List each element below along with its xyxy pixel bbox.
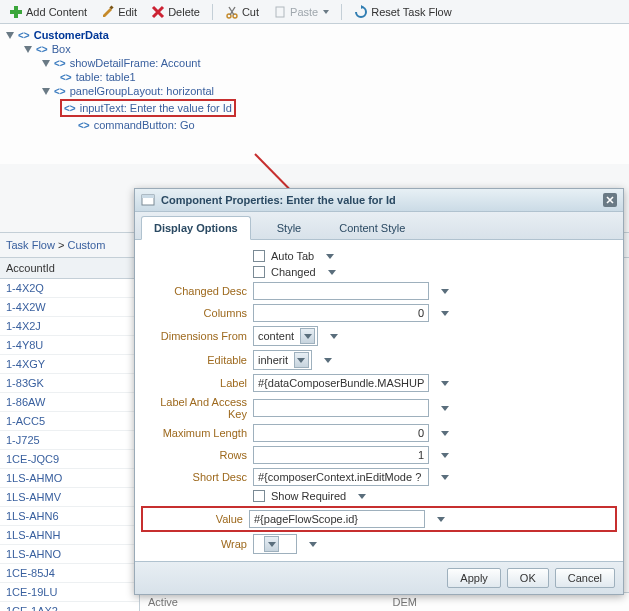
table-row[interactable]: 1-83GK: [0, 374, 139, 393]
tree-node-showdetail[interactable]: <> showDetailFrame: Account: [42, 56, 623, 70]
expand-icon[interactable]: [42, 88, 50, 95]
dialog-tabbar: Display Options Style Content Style: [135, 212, 623, 240]
label-access-input[interactable]: [253, 399, 429, 417]
expression-menu-button[interactable]: [330, 334, 338, 339]
delete-button[interactable]: Delete: [146, 3, 205, 21]
tag-icon: <>: [64, 103, 76, 114]
cancel-button[interactable]: Cancel: [555, 568, 615, 588]
rows-input[interactable]: [253, 446, 429, 464]
table-row[interactable]: 1-ACC5: [0, 412, 139, 431]
reset-task-flow-button[interactable]: Reset Task Flow: [349, 3, 457, 21]
field-label: Wrap: [143, 538, 253, 550]
table-row[interactable]: 1-4X2Q: [0, 279, 139, 298]
expression-menu-button[interactable]: [441, 431, 449, 436]
tag-icon: <>: [78, 120, 90, 131]
checkbox-label: Changed: [271, 266, 316, 278]
breadcrumb-current[interactable]: Custom: [67, 239, 105, 251]
expression-menu-button[interactable]: [437, 517, 445, 522]
expand-icon[interactable]: [6, 32, 14, 39]
separator: [341, 4, 342, 20]
field-label: Label And Access Key: [143, 396, 253, 420]
max-length-input[interactable]: [253, 424, 429, 442]
cut-button[interactable]: Cut: [220, 3, 264, 21]
label-input[interactable]: [253, 374, 429, 392]
changed-desc-input[interactable]: [253, 282, 429, 300]
show-required-checkbox[interactable]: [253, 490, 265, 502]
column-header[interactable]: Active: [140, 593, 385, 611]
expression-menu-button[interactable]: [328, 270, 336, 275]
add-content-button[interactable]: Add Content: [4, 3, 92, 21]
changed-checkbox[interactable]: [253, 266, 265, 278]
expression-menu-button[interactable]: [324, 358, 332, 363]
tab-display-options[interactable]: Display Options: [141, 216, 251, 240]
tree-node-cmdbutton[interactable]: <> commandButton: Go: [78, 118, 623, 132]
table-row[interactable]: 1CE-1AX2: [0, 602, 139, 611]
tree-label[interactable]: table: table1: [76, 71, 136, 83]
delete-x-icon: [151, 5, 165, 19]
dialog-body: Auto Tab Changed Changed Desc Columns: [135, 240, 623, 561]
table-row[interactable]: 1LS-AHNH: [0, 526, 139, 545]
edit-button[interactable]: Edit: [96, 3, 142, 21]
expression-menu-button[interactable]: [441, 311, 449, 316]
tree-node-pgl[interactable]: <> panelGroupLayout: horizontal: [42, 84, 623, 98]
ok-button[interactable]: OK: [507, 568, 549, 588]
dialog-titlebar[interactable]: Component Properties: Enter the value fo…: [135, 189, 623, 212]
value-input[interactable]: [249, 510, 425, 528]
tree-node-box[interactable]: <> Box: [24, 42, 623, 56]
columns-input[interactable]: [253, 304, 429, 322]
table-row[interactable]: 1-4Y8U: [0, 336, 139, 355]
expression-menu-button[interactable]: [441, 289, 449, 294]
table-row[interactable]: 1-4X2W: [0, 298, 139, 317]
table-row[interactable]: 1-4X2J: [0, 317, 139, 336]
table-row[interactable]: 1LS-AHMV: [0, 488, 139, 507]
table-row[interactable]: 1-86AW: [0, 393, 139, 412]
tree-node-root[interactable]: <> CustomerData: [6, 28, 623, 42]
column-header[interactable]: AccountId: [0, 258, 139, 279]
tree-label[interactable]: commandButton: Go: [94, 119, 195, 131]
table-row[interactable]: 1-J725: [0, 431, 139, 450]
tree-label[interactable]: Box: [52, 43, 71, 55]
expand-icon[interactable]: [42, 60, 50, 67]
separator: [212, 4, 213, 20]
chevron-down-icon: [294, 352, 309, 368]
select-value: content: [258, 330, 294, 342]
table-row[interactable]: 1LS-AHN6: [0, 507, 139, 526]
table-row[interactable]: 1LS-AHMO: [0, 469, 139, 488]
table-row[interactable]: 1CE-JQC9: [0, 450, 139, 469]
tab-content-style[interactable]: Content Style: [327, 217, 417, 239]
table-row[interactable]: 1-4XGY: [0, 355, 139, 374]
field-label: Changed Desc: [143, 285, 253, 297]
svg-rect-1: [10, 10, 22, 14]
expression-menu-button[interactable]: [326, 254, 334, 259]
tree-node-table[interactable]: <> table: table1: [60, 70, 623, 84]
expand-icon[interactable]: [24, 46, 32, 53]
auto-tab-checkbox[interactable]: [253, 250, 265, 262]
table-row[interactable]: 1CE-85J4: [0, 564, 139, 583]
table-row[interactable]: 1LS-AHNO: [0, 545, 139, 564]
field-label: Short Desc: [143, 471, 253, 483]
close-icon: [606, 196, 614, 204]
expression-menu-button[interactable]: [441, 453, 449, 458]
table-row[interactable]: 1CE-19LU: [0, 583, 139, 602]
tree-node-inputtext[interactable]: <> inputText: Enter the value for Id: [60, 98, 623, 118]
editable-select[interactable]: inherit: [253, 350, 312, 370]
tree-label[interactable]: showDetailFrame: Account: [70, 57, 201, 69]
chevron-down-icon: [300, 328, 315, 344]
short-desc-input[interactable]: [253, 468, 429, 486]
expression-menu-button[interactable]: [441, 475, 449, 480]
expression-menu-button[interactable]: [309, 542, 317, 547]
expression-menu-button[interactable]: [441, 381, 449, 386]
apply-button[interactable]: Apply: [447, 568, 501, 588]
expression-menu-button[interactable]: [441, 406, 449, 411]
refresh-icon: [354, 5, 368, 19]
dimensions-from-select[interactable]: content: [253, 326, 318, 346]
tree-label[interactable]: panelGroupLayout: horizontal: [70, 85, 214, 97]
tab-style[interactable]: Style: [265, 217, 313, 239]
breadcrumb-link[interactable]: Task Flow: [6, 239, 55, 251]
expression-menu-button[interactable]: [358, 494, 366, 499]
wrap-select[interactable]: [253, 534, 297, 554]
chevron-down-icon: [264, 536, 279, 552]
tree-label[interactable]: inputText: Enter the value for Id: [80, 102, 232, 114]
close-button[interactable]: [603, 193, 617, 207]
column-header[interactable]: DEM: [385, 593, 630, 611]
